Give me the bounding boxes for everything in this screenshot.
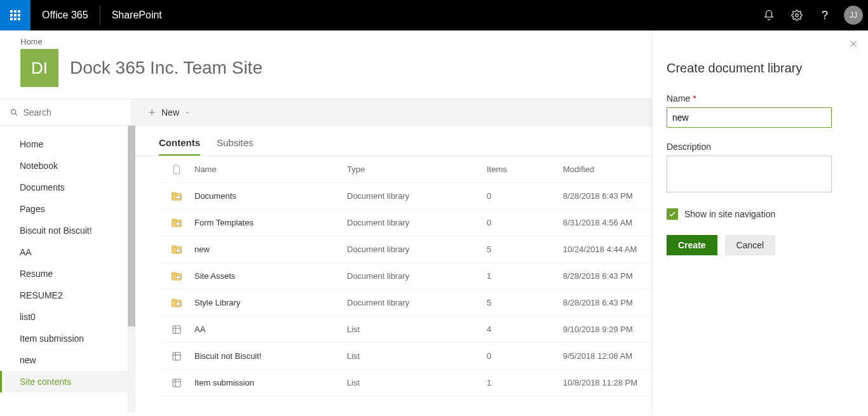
bell-icon [763, 10, 775, 21]
suite-product-label[interactable]: Office 365 [31, 5, 100, 25]
document-icon [172, 164, 181, 175]
nav-item[interactable]: RESUME2 [0, 285, 132, 306]
svg-rect-7 [14, 18, 17, 20]
left-scrollbar[interactable] [128, 126, 135, 413]
create-button[interactable]: Create [667, 235, 717, 255]
tab-subsites[interactable]: Subsites [217, 137, 254, 156]
row-name[interactable]: Item submission [194, 378, 347, 387]
description-input[interactable] [667, 156, 832, 192]
svg-rect-5 [18, 14, 20, 17]
header-name[interactable]: Name [194, 164, 347, 174]
suite-app-label[interactable]: SharePoint [100, 10, 173, 21]
nav-item[interactable]: Notebook [0, 155, 132, 177]
show-in-nav-row[interactable]: Show in site navigation [667, 208, 854, 220]
svg-rect-2 [18, 10, 20, 13]
nav-item[interactable]: Item submission [0, 328, 132, 349]
svg-rect-25 [176, 276, 180, 279]
notifications-button[interactable] [756, 0, 782, 30]
row-type: Document library [347, 271, 487, 281]
left-nav: HomeNotebookDocumentsPagesBiscuit not Bi… [0, 126, 132, 413]
header-type[interactable]: Type [347, 164, 487, 174]
breadcrumb-home[interactable]: Home [20, 37, 43, 46]
svg-rect-1 [14, 10, 17, 13]
svg-rect-15 [172, 192, 177, 194]
row-name[interactable]: new [194, 245, 347, 254]
row-name[interactable]: Style Library [194, 298, 347, 307]
row-items: 0 [487, 351, 563, 361]
svg-rect-22 [176, 249, 180, 252]
list-icon [172, 351, 182, 361]
nav-item[interactable]: list0 [0, 306, 132, 328]
library-icon [171, 271, 182, 281]
new-label: New [161, 107, 179, 117]
nav-item[interactable]: AA [0, 241, 132, 263]
row-type: Document library [347, 191, 487, 201]
panel-close-button[interactable] [849, 39, 858, 51]
row-name[interactable]: Site Assets [194, 271, 347, 281]
nav-item[interactable]: Biscuit not Biscuit! [0, 220, 132, 241]
site-title[interactable]: Dock 365 Inc. Team Site [70, 58, 262, 78]
settings-button[interactable] [784, 0, 810, 30]
row-type: List [347, 378, 487, 387]
nav-item[interactable]: Pages [0, 198, 132, 220]
row-name[interactable]: Biscuit not Biscuit! [194, 351, 347, 361]
name-field-label: Name * [667, 93, 854, 104]
row-items: 4 [487, 325, 563, 334]
svg-rect-16 [176, 196, 180, 199]
search-input[interactable] [23, 107, 121, 117]
list-icon [172, 378, 182, 388]
library-icon [171, 245, 182, 255]
svg-rect-32 [173, 352, 180, 360]
svg-rect-0 [10, 10, 13, 13]
header-items[interactable]: Items [487, 164, 563, 174]
svg-rect-18 [172, 219, 177, 221]
name-input[interactable] [667, 107, 832, 128]
suite-bar: Office 365 SharePoint ? JJ [0, 0, 868, 30]
show-in-nav-checkbox[interactable] [667, 208, 678, 220]
nav-item[interactable]: Site contents [0, 371, 132, 393]
help-button[interactable]: ? [812, 0, 837, 30]
user-avatar[interactable]: JJ [844, 6, 863, 25]
row-name[interactable]: AA [194, 325, 347, 334]
show-in-nav-label: Show in site navigation [684, 209, 775, 219]
site-logo[interactable]: DI [20, 49, 58, 87]
check-icon [668, 210, 676, 218]
svg-rect-4 [14, 14, 17, 17]
app-launcher-button[interactable] [0, 0, 31, 30]
close-icon [849, 39, 858, 48]
waffle-icon [10, 10, 20, 20]
library-icon [171, 298, 182, 308]
gear-icon [791, 10, 803, 21]
svg-rect-21 [172, 246, 177, 248]
nav-item[interactable]: Home [0, 133, 132, 155]
row-name[interactable]: Documents [194, 191, 347, 201]
tab-contents[interactable]: Contents [159, 137, 200, 156]
row-type: List [347, 351, 487, 361]
plus-icon [147, 108, 156, 117]
row-items: 1 [487, 378, 563, 387]
svg-rect-6 [10, 18, 13, 20]
svg-rect-35 [173, 379, 180, 387]
row-name[interactable]: Form Templates [194, 218, 347, 227]
nav-item[interactable]: Documents [0, 177, 132, 198]
row-items: 5 [487, 298, 563, 307]
row-items: 5 [487, 245, 563, 254]
svg-rect-24 [172, 272, 177, 274]
svg-rect-29 [173, 326, 180, 333]
svg-rect-19 [176, 222, 180, 225]
list-icon [172, 325, 182, 335]
search-icon [10, 108, 18, 117]
nav-item[interactable]: Resume [0, 263, 132, 285]
left-pane: HomeNotebookDocumentsPagesBiscuit not Bi… [0, 99, 132, 413]
search-box[interactable] [0, 99, 132, 126]
library-icon [171, 191, 182, 201]
row-items: 1 [487, 271, 563, 281]
svg-rect-27 [172, 299, 177, 301]
svg-line-11 [15, 113, 17, 115]
cancel-button[interactable]: Cancel [725, 235, 776, 255]
svg-point-10 [11, 109, 16, 114]
nav-item[interactable]: new [0, 349, 132, 371]
new-button[interactable]: New [147, 107, 191, 117]
row-items: 0 [487, 218, 563, 227]
row-items: 0 [487, 191, 563, 201]
